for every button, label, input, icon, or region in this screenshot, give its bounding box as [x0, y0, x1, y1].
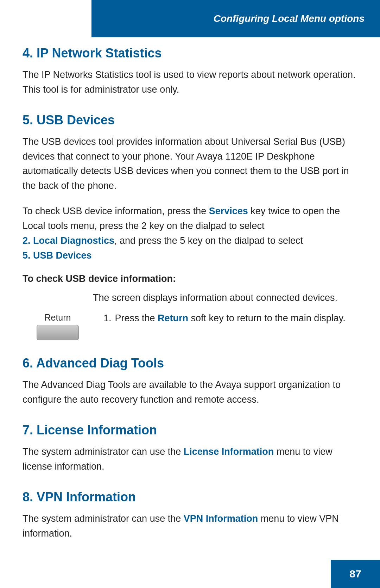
heading-ip-network-statistics: 4. IP Network Statistics	[23, 46, 357, 61]
return-link: Return	[158, 313, 188, 323]
heading-license-information: 7. License Information	[23, 423, 357, 438]
section-vpn-information: 8. VPN Information The system administra…	[23, 490, 357, 541]
heading-usb-devices: 5. USB Devices	[23, 113, 357, 128]
vpn-body-prefix: The system administrator can use the	[23, 513, 184, 524]
body-advanced-diag-tools: The Advanced Diag Tools are available to…	[23, 378, 357, 407]
section-advanced-diag-tools: 6. Advanced Diag Tools The Advanced Diag…	[23, 356, 357, 407]
step1-text: 1.Press the Return soft key to return to…	[93, 311, 357, 326]
body-usb-3-suffix: , and press the 5 key on the dialpad to …	[114, 235, 303, 246]
section-ip-network-statistics: 4. IP Network Statistics The IP Networks…	[23, 46, 357, 97]
procedure-label: To check USB device information:	[23, 273, 357, 284]
heading-vpn-information: 8. VPN Information	[23, 490, 357, 505]
services-link: Services	[209, 206, 248, 216]
license-info-link: License Information	[184, 446, 274, 457]
footer-bar: 87	[331, 560, 380, 588]
vpn-info-link: VPN Information	[184, 513, 258, 524]
header-bar: Configuring Local Menu options	[91, 0, 380, 37]
main-content: 4. IP Network Statistics The IP Networks…	[0, 0, 380, 584]
body-vpn-information: The system administrator can use the VPN…	[23, 512, 357, 541]
return-key-icon-col: Return	[23, 311, 93, 340]
header-title: Configuring Local Menu options	[214, 13, 365, 24]
return-label: Return	[44, 312, 71, 323]
local-diag-link: 2. Local Diagnostics	[23, 235, 114, 246]
body-ip-network-statistics: The IP Networks Statistics tool is used …	[23, 68, 357, 97]
body-usb-devices-1: The USB devices tool provides informatio…	[23, 135, 357, 193]
soft-key-button	[37, 325, 79, 340]
heading-advanced-diag-tools: 6. Advanced Diag Tools	[23, 356, 357, 371]
body-usb-devices-2: To check USB device information, press t…	[23, 204, 357, 263]
step1-prefix: Press the	[115, 313, 158, 323]
step-screen-info: The screen displays information about co…	[23, 291, 357, 305]
license-body-prefix: The system administrator can use the	[23, 446, 184, 457]
section-usb-devices: 5. USB Devices The USB devices tool prov…	[23, 113, 357, 341]
body-usb-2-prefix: To check USB device information, press t…	[23, 206, 209, 216]
procedure-row-return: Return 1.Press the Return soft key to re…	[23, 311, 357, 340]
step1-suffix: soft key to return to the main display.	[188, 313, 346, 323]
usb-devices-link: 5. USB Devices	[23, 250, 92, 261]
section-license-information: 7. License Information The system admini…	[23, 423, 357, 474]
step-number: 1.	[103, 313, 112, 323]
body-license-information: The system administrator can use the Lic…	[23, 445, 357, 474]
page-number: 87	[349, 568, 361, 580]
